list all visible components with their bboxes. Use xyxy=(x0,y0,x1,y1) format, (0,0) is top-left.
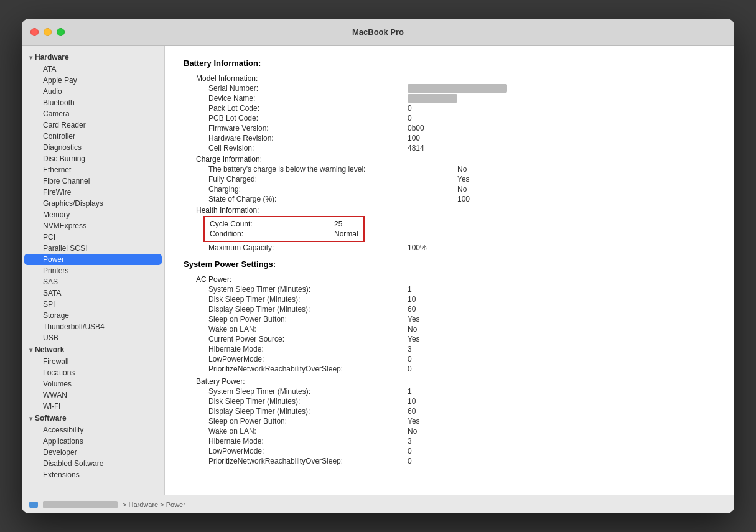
sidebar-item-usb[interactable]: USB xyxy=(24,332,162,343)
bat-system-sleep-row: System Sleep Timer (Minutes): 1 xyxy=(184,387,716,396)
sidebar-item-disabled-software[interactable]: Disabled Software xyxy=(24,458,162,469)
ac-prioritize-network-value: 0 xyxy=(408,365,412,373)
sidebar-item-thunderbolt-usb4[interactable]: Thunderbolt/USB4 xyxy=(24,321,162,332)
below-warning-label: The battery's charge is below the warnin… xyxy=(208,165,457,174)
charging-row: Charging: No xyxy=(184,185,716,194)
ac-current-power-source-value: Yes xyxy=(408,335,420,343)
sidebar-item-pci[interactable]: PCI xyxy=(24,231,162,243)
state-of-charge-label: State of Charge (%): xyxy=(208,195,457,203)
pcb-lot-code-row: PCB Lot Code: 0 xyxy=(184,114,716,123)
ac-hibernate-mode-label: Hibernate Mode: xyxy=(208,345,408,353)
sidebar-item-volumes[interactable]: Volumes xyxy=(24,378,162,390)
cell-revision-row: Cell Revision: 4814 xyxy=(184,144,716,152)
ac-power-label: AC Power: xyxy=(196,275,231,284)
bat-display-sleep-value: 60 xyxy=(408,407,416,416)
software-arrow-icon: ▾ xyxy=(29,415,32,422)
bat-disk-sleep-label: Disk Sleep Timer (Minutes): xyxy=(208,397,408,406)
sidebar-item-sas[interactable]: SAS xyxy=(24,276,162,287)
sidebar-section-software[interactable]: ▾ Software xyxy=(22,412,164,424)
sidebar-item-parallel-scsi[interactable]: Parallel SCSI xyxy=(24,243,162,254)
model-info-header: Model Information: xyxy=(184,74,716,83)
bottombar: > Hardware > Power xyxy=(22,495,734,513)
sidebar-item-wifi[interactable]: Wi-Fi xyxy=(24,401,162,412)
ac-wake-on-lan-label: Wake on LAN: xyxy=(208,325,408,334)
device-icon xyxy=(29,502,38,508)
sidebar-item-locations[interactable]: Locations xyxy=(24,367,162,378)
ac-wake-on-lan-value: No xyxy=(408,325,417,334)
sidebar-item-ethernet[interactable]: Ethernet xyxy=(24,164,162,175)
hardware-revision-value: 100 xyxy=(408,134,420,142)
sidebar-item-firewire[interactable]: FireWire xyxy=(24,187,162,198)
network-section-label: Network xyxy=(35,345,64,354)
fully-charged-row: Fully Charged: Yes xyxy=(184,175,716,184)
bat-low-power-mode-label: LowPowerMode: xyxy=(208,447,408,455)
sidebar-item-ata[interactable]: ATA xyxy=(24,63,162,75)
bat-prioritize-network-row: PrioritizeNetworkReachabilityOverSleep: … xyxy=(184,457,716,465)
sidebar-item-bluetooth[interactable]: Bluetooth xyxy=(24,97,162,108)
sidebar-item-developer[interactable]: Developer xyxy=(24,447,162,458)
sidebar-item-camera[interactable]: Camera xyxy=(24,108,162,119)
ac-sleep-power-button-row: Sleep on Power Button: Yes xyxy=(184,315,716,324)
firmware-version-label: Firmware Version: xyxy=(208,124,408,133)
bat-prioritize-network-label: PrioritizeNetworkReachabilityOverSleep: xyxy=(208,457,408,465)
bat-sleep-power-button-value: Yes xyxy=(408,417,420,426)
firmware-version-value: 0b00 xyxy=(408,124,424,133)
sidebar-item-wwan[interactable]: WWAN xyxy=(24,390,162,401)
sidebar: ▾ Hardware ATA Apple Pay Audio Bluetooth… xyxy=(22,46,165,495)
sidebar-section-hardware[interactable]: ▾ Hardware xyxy=(22,51,164,63)
sidebar-item-accessibility[interactable]: Accessibility xyxy=(24,424,162,436)
sidebar-item-audio[interactable]: Audio xyxy=(24,86,162,97)
sidebar-item-graphics-displays[interactable]: Graphics/Displays xyxy=(24,198,162,209)
cell-revision-value: 4814 xyxy=(408,144,424,152)
sidebar-item-storage[interactable]: Storage xyxy=(24,310,162,321)
sidebar-item-memory[interactable]: Memory xyxy=(24,209,162,220)
sidebar-item-controller[interactable]: Controller xyxy=(24,131,162,142)
main-window: MacBook Pro ▾ Hardware ATA Apple Pay Aud… xyxy=(22,19,734,513)
ac-low-power-mode-label: LowPowerMode: xyxy=(208,355,408,363)
ac-system-sleep-label: System Sleep Timer (Minutes): xyxy=(208,285,408,294)
ac-disk-sleep-label: Disk Sleep Timer (Minutes): xyxy=(208,295,408,304)
sidebar-item-applications[interactable]: Applications xyxy=(24,436,162,447)
maximize-button[interactable] xyxy=(57,28,65,36)
sidebar-item-power[interactable]: Power xyxy=(24,254,162,265)
ac-system-sleep-row: System Sleep Timer (Minutes): 1 xyxy=(184,285,716,294)
sidebar-item-apple-pay[interactable]: Apple Pay xyxy=(24,75,162,86)
model-info-label: Model Information: xyxy=(196,74,258,83)
sidebar-item-printers[interactable]: Printers xyxy=(24,265,162,276)
battery-info-table: Model Information: Serial Number: Device… xyxy=(184,74,716,252)
sidebar-item-disc-burning[interactable]: Disc Burning xyxy=(24,153,162,164)
close-button[interactable] xyxy=(30,28,39,36)
sidebar-item-card-reader[interactable]: Card Reader xyxy=(24,119,162,131)
sidebar-item-firewall[interactable]: Firewall xyxy=(24,356,162,367)
bat-wake-on-lan-value: No xyxy=(408,427,417,436)
sidebar-item-sata[interactable]: SATA xyxy=(24,287,162,299)
sidebar-item-spi[interactable]: SPI xyxy=(24,299,162,310)
bat-display-sleep-label: Display Sleep Timer (Minutes): xyxy=(208,407,408,416)
main-content: Battery Information: Model Information: … xyxy=(165,46,734,495)
ac-prioritize-network-row: PrioritizeNetworkReachabilityOverSleep: … xyxy=(184,365,716,373)
ac-current-power-source-row: Current Power Source: Yes xyxy=(184,335,716,343)
charge-info-header: Charge Information: xyxy=(184,155,716,164)
system-power-title: System Power Settings: xyxy=(184,259,716,269)
sidebar-item-extensions[interactable]: Extensions xyxy=(24,469,162,480)
firmware-version-row: Firmware Version: 0b00 xyxy=(184,124,716,133)
health-info-header: Health Information: xyxy=(184,206,716,215)
ac-low-power-mode-row: LowPowerMode: 0 xyxy=(184,355,716,363)
device-name-label: Device Name: xyxy=(208,94,408,103)
battery-power-label: Battery Power: xyxy=(196,377,245,386)
pcb-lot-code-value: 0 xyxy=(408,114,412,123)
sidebar-item-nvmexpress[interactable]: NVMExpress xyxy=(24,220,162,231)
minimize-button[interactable] xyxy=(44,28,52,36)
cycle-count-value: 25 xyxy=(334,220,342,228)
sidebar-item-fibre-channel[interactable]: Fibre Channel xyxy=(24,175,162,187)
health-info-label: Health Information: xyxy=(196,206,259,215)
ac-prioritize-network-label: PrioritizeNetworkReachabilityOverSleep: xyxy=(208,365,408,373)
sidebar-section-network[interactable]: ▾ Network xyxy=(22,343,164,356)
pack-lot-code-value: 0 xyxy=(408,104,412,113)
ac-system-sleep-value: 1 xyxy=(408,285,412,294)
serial-number-label: Serial Number: xyxy=(208,84,408,93)
sidebar-item-diagnostics[interactable]: Diagnostics xyxy=(24,142,162,153)
max-capacity-label: Maximum Capacity: xyxy=(208,243,408,252)
ac-display-sleep-value: 60 xyxy=(408,305,416,314)
titlebar: MacBook Pro xyxy=(22,19,734,46)
